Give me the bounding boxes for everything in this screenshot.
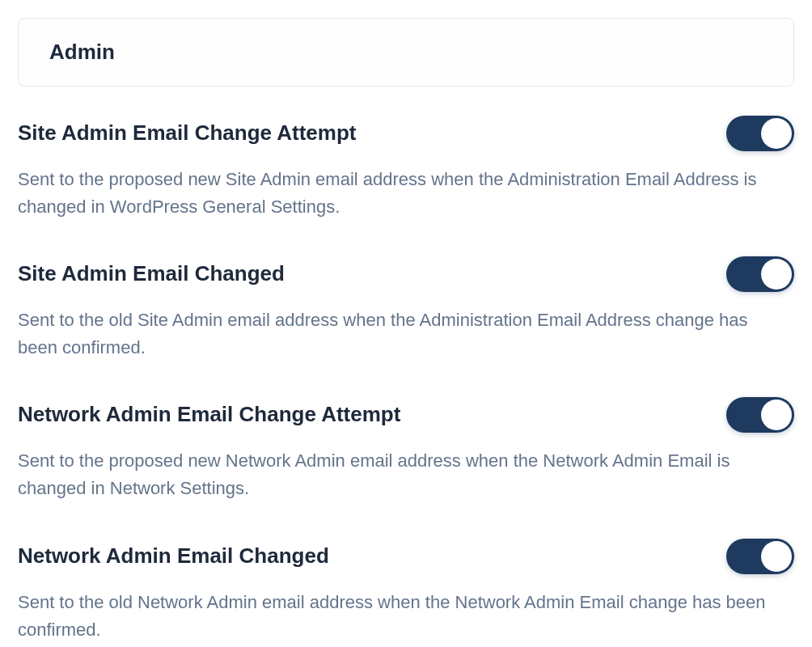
toggle-knob: [761, 118, 792, 149]
toggle-site-admin-email-change-attempt[interactable]: [726, 116, 794, 151]
toggle-knob: [761, 259, 792, 290]
setting-title: Site Admin Email Change Attempt: [18, 120, 356, 147]
toggle-site-admin-email-changed[interactable]: [726, 256, 794, 292]
toggle-network-admin-email-changed[interactable]: [726, 539, 794, 574]
settings-list: Site Admin Email Change Attempt Sent to …: [18, 116, 794, 644]
section-title: Admin: [49, 40, 763, 65]
section-header: Admin: [18, 18, 794, 87]
toggle-network-admin-email-change-attempt[interactable]: [726, 397, 794, 433]
setting-item-site-admin-email-change-attempt: Site Admin Email Change Attempt Sent to …: [18, 116, 794, 221]
setting-item-network-admin-email-changed: Network Admin Email Changed Sent to the …: [18, 539, 794, 644]
setting-description: Sent to the proposed new Site Admin emai…: [18, 166, 778, 221]
setting-description: Sent to the old Network Admin email addr…: [18, 589, 778, 644]
setting-item-network-admin-email-change-attempt: Network Admin Email Change Attempt Sent …: [18, 397, 794, 502]
setting-title: Site Admin Email Changed: [18, 260, 285, 288]
toggle-knob: [761, 541, 792, 572]
setting-header: Network Admin Email Changed: [18, 539, 794, 574]
setting-header: Network Admin Email Change Attempt: [18, 397, 794, 433]
setting-title: Network Admin Email Change Attempt: [18, 401, 400, 429]
setting-item-site-admin-email-changed: Site Admin Email Changed Sent to the old…: [18, 256, 794, 362]
setting-title: Network Admin Email Changed: [18, 543, 329, 570]
setting-description: Sent to the old Site Admin email address…: [18, 307, 778, 362]
setting-header: Site Admin Email Changed: [18, 256, 794, 292]
setting-header: Site Admin Email Change Attempt: [18, 116, 794, 151]
toggle-knob: [761, 400, 792, 430]
setting-description: Sent to the proposed new Network Admin e…: [18, 447, 778, 502]
